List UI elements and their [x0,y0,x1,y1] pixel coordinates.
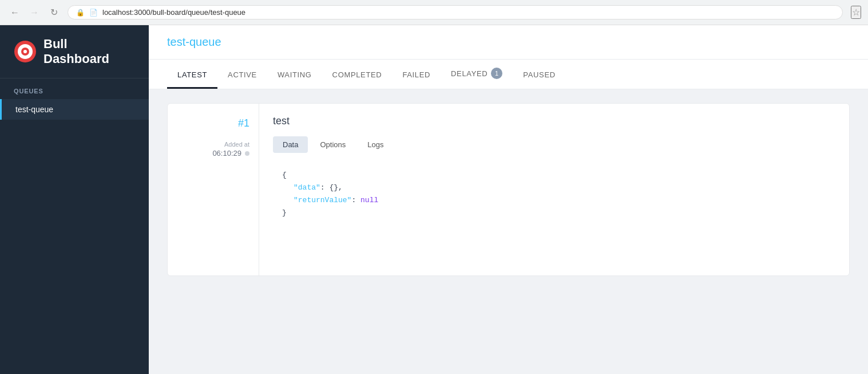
tab-completed[interactable]: COMPLETED [322,62,393,89]
tab-latest[interactable]: LATEST [167,62,217,89]
code-line-2: "data": {}, [282,182,826,194]
job-added-time: 06:10:29 [177,149,249,158]
sidebar-item-test-queue[interactable]: test-queue [0,99,149,120]
app-logo [14,40,37,63]
nav-buttons: ← → ↻ [7,5,62,21]
main-content: test-queue LATEST ACTIVE WAITING COMPLET… [149,25,868,374]
address-bar[interactable]: 🔒 📄 localhost:3000/bull-board/queue/test… [68,5,843,19]
tab-failed[interactable]: FAILED [392,62,441,89]
sidebar-header: Bull Dashboard [0,25,149,78]
bookmark-button[interactable]: ☆ [851,6,861,19]
job-card-inner: #1 Added at 06:10:29 test Dat [168,104,849,275]
svg-point-3 [23,50,27,53]
job-info-sidebar: #1 Added at 06:10:29 [168,104,259,275]
delayed-badge: 1 [491,68,502,79]
job-added-label: Added at [177,141,249,148]
page-title: test-queue [167,36,850,49]
tab-delayed[interactable]: DELAYED 1 [441,60,513,89]
job-tab-data[interactable]: Data [273,136,308,153]
sidebar-item-label: test-queue [15,105,53,114]
job-card: #1 Added at 06:10:29 test Dat [167,103,850,276]
sidebar-section-queues: QUEUES [0,78,149,99]
reload-button[interactable]: ↻ [46,5,62,21]
back-button[interactable]: ← [7,5,23,21]
code-line-1: { [282,169,826,182]
tab-paused[interactable]: PAUSED [513,62,565,89]
job-name: test [273,115,835,127]
job-code-block: { "data": {}, "returnValue": null } [273,164,835,224]
app-container: Bull Dashboard QUEUES test-queue test-qu… [0,25,868,374]
content-area: #1 Added at 06:10:29 test Dat [149,89,868,374]
code-line-3: "returnValue": null [282,194,826,207]
sidebar: Bull Dashboard QUEUES test-queue [0,25,149,374]
tab-active[interactable]: ACTIVE [217,62,267,89]
job-number: #1 [177,117,249,129]
forward-button[interactable]: → [26,5,42,21]
main-header: test-queue [149,25,868,60]
job-tab-options[interactable]: Options [310,136,355,153]
app-title: Bull Dashboard [43,37,135,66]
tabs-bar: LATEST ACTIVE WAITING COMPLETED FAILED D… [149,60,868,89]
browser-chrome: ← → ↻ 🔒 📄 localhost:3000/bull-board/queu… [0,0,868,25]
job-main: test Data Options Logs [259,104,849,275]
job-time-dot [245,151,249,156]
url-text: localhost:3000/bull-board/queue/test-que… [102,8,245,17]
job-tab-logs[interactable]: Logs [358,136,393,153]
code-line-4: } [282,207,826,219]
security-icon: 🔒 [76,9,85,17]
job-tabs: Data Options Logs [273,136,835,153]
tab-waiting[interactable]: WAITING [267,62,322,89]
page-icon: 📄 [89,9,98,17]
